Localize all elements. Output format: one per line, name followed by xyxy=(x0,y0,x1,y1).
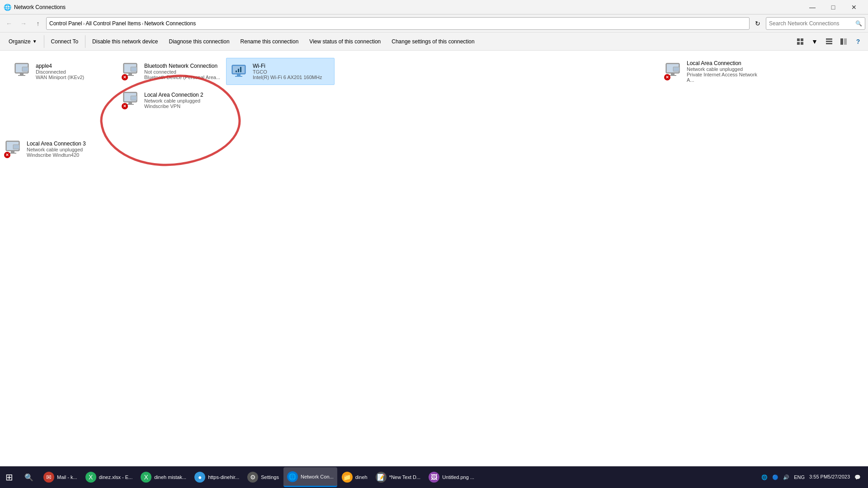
local2-error-badge: ✕ xyxy=(122,103,128,109)
toolbar: Organize ▼ Connect To Disable this netwo… xyxy=(0,33,868,51)
taskbar-clock[interactable]: 3:55 PM 5/27/2023 xyxy=(807,467,852,487)
view-large-icons-button[interactable] xyxy=(794,35,807,48)
up-button[interactable]: ↑ xyxy=(32,17,44,30)
folder-label: dineh xyxy=(355,474,368,480)
window-title: Network Connections xyxy=(14,4,66,10)
connect-to-button[interactable]: Connect To xyxy=(46,33,84,50)
bluetooth-error-badge: ✕ xyxy=(122,74,128,80)
window-controls: — □ ✕ xyxy=(802,0,864,14)
local3-status: Network cable unplugged xyxy=(27,147,104,152)
view-status-button[interactable]: View status of this connection xyxy=(304,33,386,50)
forward-button[interactable]: → xyxy=(17,17,30,30)
diagnose-button[interactable]: Diagnose this connection xyxy=(164,33,235,50)
taskbar-notification[interactable]: 💬 xyxy=(853,467,863,487)
apple4-status: Disconnected xyxy=(36,69,113,75)
apple4-name: apple4 xyxy=(36,63,113,69)
notepad-icon: 📝 xyxy=(376,472,387,483)
wifi-icon-wrapper xyxy=(230,62,248,80)
connection-local-3[interactable]: ✕ Local Area Connection 3 Network cable … xyxy=(0,136,108,163)
local1-icon-wrapper: ✕ xyxy=(664,62,682,80)
bluetooth-adapter: Bluetooth Device (Personal Area... xyxy=(144,75,222,80)
svg-rect-17 xyxy=(128,73,132,75)
connection-local-2[interactable]: ✕ Local Area Connection 2 Network cable … xyxy=(118,87,226,114)
details-pane-button[interactable] xyxy=(823,35,835,48)
chrome-icon: ● xyxy=(194,472,205,483)
local1-info: Local Area Connection Network cable unpl… xyxy=(687,60,764,83)
excel1-icon: X xyxy=(85,472,96,483)
local3-info: Local Area Connection 3 Network cable un… xyxy=(27,141,104,158)
taskbar-folder-button[interactable]: 📁 dineh xyxy=(338,467,371,487)
connection-ethernet[interactable]: ✕ Ethernet Network cable unplugged Realt… xyxy=(443,0,552,2)
network-con-label: Network Con... xyxy=(301,474,334,479)
local1-name: Local Area Connection xyxy=(687,60,764,66)
wifi-adapter: Intel(R) Wi-Fi 6 AX201 160MHz xyxy=(253,75,330,80)
svg-rect-39 xyxy=(674,67,679,71)
bluetooth-name: Bluetooth Network Connection xyxy=(144,63,222,69)
taskbar-chrome-button[interactable]: ● https-dinehir... xyxy=(191,467,243,487)
svg-rect-27 xyxy=(235,76,242,77)
change-settings-button[interactable]: Change settings of this connection xyxy=(387,33,479,50)
excel1-label: dinez.xlsx - E... xyxy=(99,474,133,480)
preview-pane-button[interactable] xyxy=(837,35,850,48)
taskbar-settings-button[interactable]: ⚙ Settings xyxy=(244,467,283,487)
help-button[interactable]: ? xyxy=(852,35,864,48)
address-bar: ← → ↑ Control Panel › All Control Panel … xyxy=(0,14,868,33)
connection-local-1[interactable]: ✕ Local Area Connection Network cable un… xyxy=(660,58,769,85)
clock-time: 3:55 PM xyxy=(809,474,828,480)
computer-icon-apple4 xyxy=(13,62,30,80)
apple4-adapter: WAN Miniport (IKEv2) xyxy=(36,75,113,80)
taskbar-excel1-button[interactable]: X dinez.xlsx - E... xyxy=(82,467,137,487)
local3-icon-wrapper: ✕ xyxy=(4,140,22,158)
taskbar-network-button[interactable]: 🌐 Network Con... xyxy=(283,467,337,487)
svg-rect-24 xyxy=(238,69,239,72)
taskbar-excel2-button[interactable]: X dineh mistak... xyxy=(137,467,190,487)
taskbar-notepad-button[interactable]: 📝 *New Text D... xyxy=(372,467,425,487)
view-dropdown-button[interactable]: ▼ xyxy=(808,35,821,48)
maximize-button[interactable]: □ xyxy=(823,0,844,14)
svg-rect-36 xyxy=(671,73,675,75)
svg-rect-42 xyxy=(128,102,132,104)
disable-device-button[interactable]: Disable this network device xyxy=(87,33,163,50)
taskbar-bluetooth-status[interactable]: 🔵 xyxy=(770,467,780,487)
local2-name: Local Area Connection 2 xyxy=(144,92,222,98)
connection-bluetooth[interactable]: ✕ Bluetooth Network Connection Not conne… xyxy=(118,58,226,85)
details-pane-icon xyxy=(826,38,833,45)
bluetooth-status: Not connected xyxy=(144,69,222,75)
taskbar-volume[interactable]: 🔊 xyxy=(781,467,791,487)
close-button[interactable]: ✕ xyxy=(844,0,864,14)
bluetooth-icon-wrapper: ✕ xyxy=(122,62,140,80)
local2-adapter: Windscribe VPN xyxy=(144,103,222,109)
taskbar-language[interactable]: ENG xyxy=(792,467,807,487)
preview-pane-icon xyxy=(840,38,847,45)
rename-button[interactable]: Rename this connection xyxy=(236,33,304,50)
svg-rect-8 xyxy=(844,38,847,45)
taskbar-network-status[interactable]: 🌐 xyxy=(760,467,769,487)
organize-label: Organize xyxy=(9,38,31,45)
language-label: ENG xyxy=(794,474,805,480)
search-input[interactable] xyxy=(769,20,854,27)
organize-dropdown-icon: ▼ xyxy=(33,39,37,44)
connection-apple4[interactable]: apple4 Disconnected WAN Miniport (IKEv2) xyxy=(9,58,118,85)
chrome-label: https-dinehir... xyxy=(208,474,239,480)
svg-rect-25 xyxy=(240,67,241,72)
minimize-button[interactable]: — xyxy=(802,0,823,14)
search-box: 🔍 xyxy=(766,17,865,30)
organize-button[interactable]: Organize ▼ xyxy=(4,33,42,50)
network-con-icon: 🌐 xyxy=(287,471,298,482)
taskbar-mail-button[interactable]: ✉ Mail - k... xyxy=(40,467,81,487)
toolbar-separator-1 xyxy=(44,35,44,48)
start-button[interactable]: ⊞ xyxy=(2,467,20,487)
connection-wifi[interactable]: Wi-Fi TGCO Intel(R) Wi-Fi 6 AX201 160MHz xyxy=(226,58,335,85)
wifi-icon xyxy=(230,62,247,80)
taskbar-search-button[interactable]: 🔍 xyxy=(21,467,39,487)
excel2-icon: X xyxy=(141,472,151,483)
toolbar-right: ▼ ? xyxy=(794,35,864,48)
refresh-button[interactable]: ↻ xyxy=(751,17,764,30)
back-button[interactable]: ← xyxy=(3,17,15,30)
taskbar-paint-button[interactable]: 🖼 Untitled.png ... xyxy=(425,467,478,487)
svg-rect-51 xyxy=(14,145,19,149)
breadcrumb-item-3[interactable]: Network Connections xyxy=(144,20,196,27)
breadcrumb-item-2[interactable]: All Control Panel Items xyxy=(85,20,141,27)
breadcrumb-item[interactable]: Control Panel xyxy=(49,20,82,27)
wifi-info: Wi-Fi TGCO Intel(R) Wi-Fi 6 AX201 160MHz xyxy=(253,63,330,80)
